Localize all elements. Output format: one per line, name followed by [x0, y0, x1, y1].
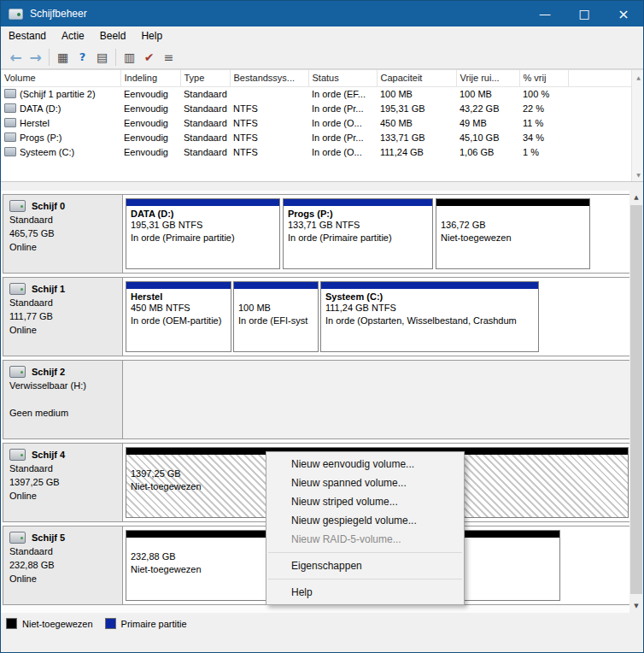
disk-panel-schijf-0[interactable]: Schijf 0 Standaard 465,75 GB Online	[3, 195, 123, 273]
cell-status: In orde (O...	[308, 144, 377, 159]
window-title: Schijfbeheer	[30, 8, 87, 20]
app-icon	[9, 9, 23, 20]
scroll-down-icon[interactable]: ▼	[632, 168, 644, 180]
table-scrollbar[interactable]: ▲ ▼	[631, 70, 644, 181]
legend-primary-partition: Primaire partitie	[105, 618, 187, 629]
partition-efi[interactable]: 100 MB In orde (EFI-syst	[233, 281, 319, 352]
console-tree-icon[interactable]: ▦	[53, 48, 73, 67]
disk-panel-schijf-4[interactable]: Schijf 4 Standaard 1397,25 GB Online	[3, 444, 123, 521]
volume-icon	[4, 118, 16, 127]
menu-help[interactable]: Help	[133, 26, 170, 45]
partition-unallocated[interactable]: 136,72 GB Niet-toegewezen	[436, 198, 590, 269]
toolbar-divider	[115, 49, 116, 66]
cell-capaciteit: 133,71 GB	[377, 130, 456, 144]
cell-indeling: Eenvoudig	[120, 144, 180, 159]
partition-status: In orde (Opstarten, Wisselbestand, Crash…	[321, 315, 538, 328]
cell-bestandssysteem: NTFS	[230, 115, 308, 130]
cell-vrije-ruimte: 1,06 GB	[456, 144, 519, 159]
partition-title: Herstel	[126, 289, 231, 303]
cell-filler	[568, 144, 631, 159]
partition-progs-p[interactable]: Progs (P:) 133,71 GB NTFS In orde (Prima…	[283, 198, 433, 269]
window-controls: — □ ×	[525, 1, 643, 26]
scroll-down-icon[interactable]: ▼	[629, 599, 643, 613]
toolbar-divider	[49, 49, 50, 66]
column-header-status[interactable]: Status	[308, 70, 377, 86]
menu-item-nieuw-eenvoudig-volume[interactable]: Nieuw eenvoudig volume...	[266, 455, 464, 474]
partition-area-empty[interactable]	[123, 361, 629, 438]
minimize-button[interactable]: —	[525, 1, 565, 26]
cell-status: In orde (Pr...	[308, 130, 377, 144]
partition-size: 100 MB	[234, 303, 318, 315]
table-row-schijf1-partitie2[interactable]: (Schijf 1 partitie 2) Eenvoudig Standaar…	[1, 86, 631, 101]
disk-icon	[9, 366, 26, 378]
volume-icon	[4, 103, 16, 113]
table-row-systeem-c[interactable]: Systeem (C:) Eenvoudig Standaard NTFS In…	[1, 144, 631, 159]
disk-status: Online	[9, 491, 117, 502]
list-icon[interactable]: ≡	[159, 48, 179, 67]
menu-beeld[interactable]: Beeld	[92, 26, 134, 45]
disk-status: Online	[9, 242, 117, 253]
help-icon[interactable]: ?	[73, 48, 92, 67]
column-header-capaciteit[interactable]: Capaciteit	[377, 70, 456, 86]
disk-type: Standaard	[9, 546, 117, 557]
disk-panel-schijf-2[interactable]: Schijf 2 Verwisselbaar (H:) Geen medium	[3, 361, 123, 438]
cell-status: In orde (EF...	[308, 86, 377, 101]
menu-item-help[interactable]: Help	[266, 583, 464, 602]
column-header-volume[interactable]: Volume	[1, 70, 120, 86]
partition-herstel[interactable]: Herstel 450 MB NTFS In orde (OEM-partiti…	[126, 281, 231, 352]
scrollbar-thumb[interactable]	[630, 205, 642, 594]
menu-item-nieuw-gespiegeld-volume[interactable]: Nieuw gespiegeld volume...	[266, 511, 464, 530]
partition-title	[436, 206, 589, 220]
disk-icon	[9, 283, 26, 295]
legend-color-square	[6, 618, 17, 629]
column-header-bestandssysteem[interactable]: Bestandssys...	[230, 70, 308, 86]
column-header-type[interactable]: Type	[180, 70, 230, 86]
table-row-herstel[interactable]: Herstel Eenvoudig Standaard NTFS In orde…	[1, 115, 631, 130]
partition-status: In orde (EFI-syst	[234, 315, 318, 328]
cell-pct-vrij: 100 %	[519, 86, 568, 101]
maximize-button[interactable]: □	[565, 1, 604, 26]
table-row-progs-p[interactable]: Progs (P:) Eenvoudig Standaard NTFS In o…	[1, 130, 631, 144]
menu-separator	[268, 552, 462, 553]
column-header-indeling[interactable]: Indeling	[120, 70, 180, 86]
disk-panel-schijf-5[interactable]: Schijf 5 Standaard 232,88 GB Online	[3, 527, 123, 604]
cell-type: Standaard	[180, 144, 230, 159]
back-icon[interactable]: ←	[6, 48, 26, 67]
cell-indeling: Eenvoudig	[120, 101, 180, 115]
disk-status: Online	[9, 574, 117, 585]
menu-bestand[interactable]: Bestand	[1, 26, 54, 45]
export-list-icon[interactable]: ▤	[92, 48, 112, 67]
menu-item-nieuw-striped-volume[interactable]: Nieuw striped volume...	[266, 492, 464, 511]
disk-status: Online	[9, 325, 117, 336]
menu-separator	[268, 579, 462, 579]
menu-item-nieuw-raid5-volume: Nieuw RAID-5-volume...	[266, 530, 464, 549]
partition-color-band	[234, 282, 318, 289]
column-header-vrije-ruimte[interactable]: Vrije rui...	[456, 70, 519, 86]
scroll-up-icon[interactable]: ▲	[632, 71, 644, 83]
disk-name: Schijf 1	[32, 284, 65, 294]
close-button[interactable]: ×	[604, 1, 643, 26]
forward-icon[interactable]: →	[26, 48, 45, 67]
menu-item-nieuw-spanned-volume[interactable]: Nieuw spanned volume...	[266, 474, 464, 492]
cell-capaciteit: 111,24 GB	[377, 144, 456, 159]
action-pane-icon[interactable]: ▥	[120, 48, 139, 67]
menu-item-eigenschappen[interactable]: Eigenschappen	[266, 556, 464, 575]
disk-icon	[9, 449, 26, 461]
cell-type: Standaard	[180, 130, 230, 144]
disk-panel-schijf-1[interactable]: Schijf 1 Standaard 111,77 GB Online	[3, 278, 123, 356]
cell-bestandssysteem: NTFS	[230, 101, 308, 115]
cell-vrije-ruimte: 45,10 GB	[456, 130, 519, 144]
table-row-data-d[interactable]: DATA (D:) Eenvoudig Standaard NTFS In or…	[1, 101, 631, 115]
cell-indeling: Eenvoudig	[120, 115, 180, 130]
cell-filler	[568, 130, 631, 144]
graph-scrollbar[interactable]: ▲ ▼	[629, 191, 643, 613]
partition-systeem-c[interactable]: Systeem (C:) 111,24 GB NTFS In orde (Ops…	[320, 281, 539, 352]
column-header-pct-vrij[interactable]: % vrij	[519, 70, 568, 86]
cell-capaciteit: 195,31 GB	[377, 101, 456, 115]
check-icon[interactable]: ✔	[139, 48, 159, 67]
partition-data-d[interactable]: DATA (D:) 195,31 GB NTFS In orde (Primai…	[126, 198, 280, 269]
volume-name: Systeem (C:)	[20, 147, 74, 157]
menu-actie[interactable]: Actie	[54, 26, 92, 45]
scroll-up-icon[interactable]: ▲	[629, 191, 643, 204]
disk-size	[9, 394, 117, 405]
